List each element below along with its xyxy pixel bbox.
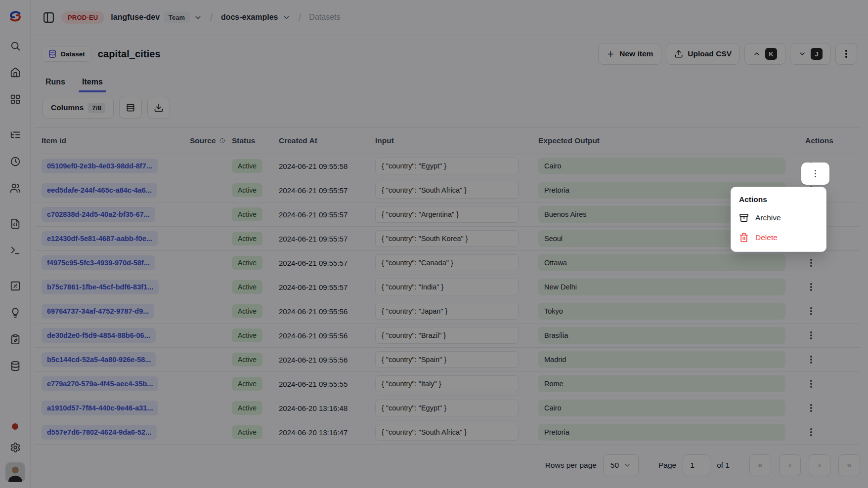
actions-context-menu: Actions Archive Delete	[731, 187, 826, 252]
trash-icon	[739, 233, 749, 243]
active-row-actions-button[interactable]	[801, 163, 829, 185]
archive-icon	[739, 213, 749, 223]
menu-item-archive[interactable]: Archive	[731, 208, 826, 228]
context-menu-title: Actions	[731, 190, 826, 208]
menu-item-delete[interactable]: Delete	[731, 228, 826, 247]
kebab-icon	[815, 170, 817, 178]
